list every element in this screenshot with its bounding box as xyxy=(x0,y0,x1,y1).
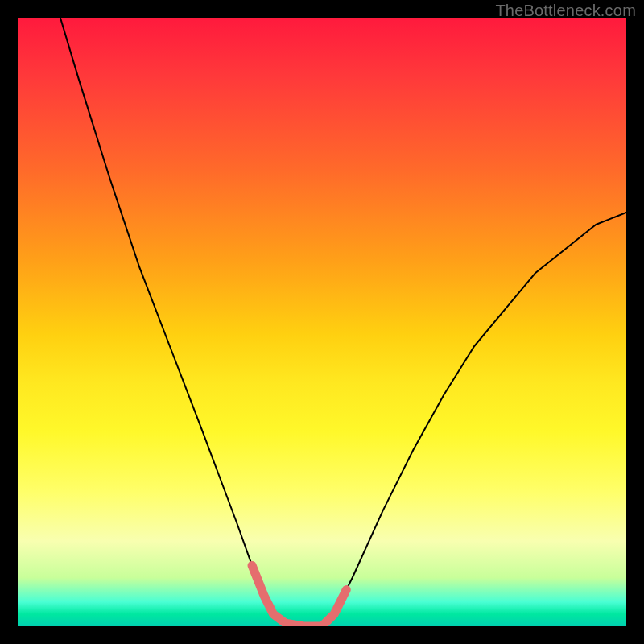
bottleneck-curve-path xyxy=(60,18,626,626)
watermark-text: TheBottleneck.com xyxy=(495,2,636,20)
highlight-segment-path xyxy=(252,565,346,626)
plot-area xyxy=(18,18,626,626)
highlight-segment-group xyxy=(252,565,346,626)
chart-svg xyxy=(18,18,626,626)
bottleneck-curve-group xyxy=(60,18,626,626)
chart-frame: TheBottleneck.com xyxy=(0,0,644,644)
